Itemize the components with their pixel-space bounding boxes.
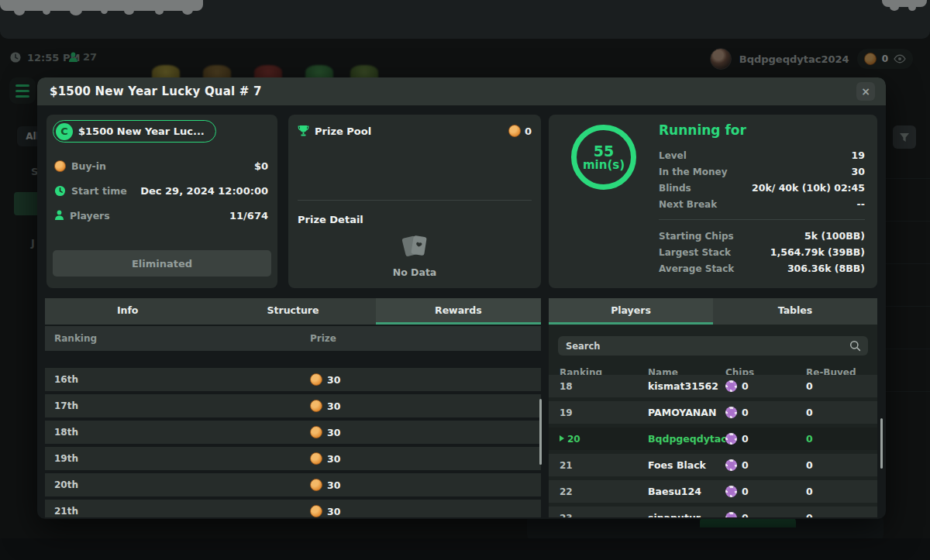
start-time-label: Start time bbox=[71, 185, 127, 197]
chip-icon bbox=[725, 433, 737, 445]
status-row-starting-chips: Starting Chips5k (100BB) bbox=[659, 228, 865, 244]
no-data-block: No Data bbox=[288, 232, 541, 278]
tab-players[interactable]: Players bbox=[549, 298, 713, 325]
current-player-marker-icon bbox=[560, 435, 564, 441]
players-scrollbar[interactable] bbox=[880, 418, 883, 469]
coin-icon bbox=[310, 426, 322, 438]
tournament-timer: 55 min(s) bbox=[571, 125, 636, 190]
col-prize: Prize bbox=[310, 333, 541, 344]
status-row-blinds: Blinds20k/ 40k (10k) 02:45 bbox=[659, 180, 865, 196]
prize-pool-card: Prize Pool 0 Prize Detail No Data bbox=[288, 115, 541, 288]
table-row[interactable]: 22 Baesu124 0 0 bbox=[549, 480, 877, 503]
cards-icon bbox=[399, 232, 430, 260]
tab-rewards[interactable]: Rewards bbox=[376, 298, 541, 325]
players-label: Players bbox=[70, 210, 110, 222]
search-input[interactable] bbox=[558, 336, 868, 356]
rewards-scrollbar[interactable] bbox=[539, 399, 542, 465]
chip-icon bbox=[725, 380, 737, 392]
modal-header: $1500 New Year Lucky Qual # 7 × bbox=[37, 77, 886, 105]
buyin-value: $0 bbox=[254, 160, 268, 172]
table-row-current-user[interactable]: 20 Bqdpgeqdytac: 0 0 bbox=[549, 428, 877, 450]
buyin-label: Buy-in bbox=[71, 160, 106, 172]
tournament-modal: $1500 New Year Lucky Qual # 7 × C $1500 … bbox=[37, 77, 886, 519]
timer-value: 55 bbox=[594, 143, 614, 159]
coin-icon bbox=[508, 125, 521, 137]
chip-icon bbox=[725, 486, 737, 497]
coin-icon bbox=[310, 479, 322, 491]
modal-title: $1500 New Year Lucky Qual # 7 bbox=[50, 84, 262, 98]
table-row[interactable]: 19 PAMOYANAN 0 0 bbox=[549, 401, 877, 424]
no-data-text: No Data bbox=[393, 266, 437, 278]
rewards-panel: Info Structure Rewards Ranking Prize 16t… bbox=[45, 298, 541, 517]
running-for-heading: Running for bbox=[659, 122, 865, 138]
search-icon[interactable] bbox=[849, 340, 861, 352]
table-row[interactable]: 19th 30 bbox=[45, 447, 541, 470]
trophy-icon bbox=[298, 125, 309, 137]
chip-icon bbox=[725, 459, 737, 471]
tab-structure[interactable]: Structure bbox=[210, 298, 375, 325]
buyin-row: Buy-in $0 bbox=[54, 159, 268, 173]
tournament-name-short: $1500 New Year Luc... bbox=[78, 125, 205, 137]
players-value: 11/674 bbox=[229, 210, 268, 222]
tournament-info-card: C $1500 New Year Luc... Buy-in $0 Start … bbox=[46, 115, 277, 288]
search-box bbox=[558, 336, 868, 356]
table-row[interactable]: 18 kismat31562 0 0 bbox=[549, 375, 877, 397]
prize-pool-title: Prize Pool bbox=[315, 125, 371, 137]
players-table-body: 18 kismat31562 0 0 19 PAMOYANAN 0 0 20 B… bbox=[549, 375, 877, 517]
timer-unit: min(s) bbox=[583, 159, 625, 172]
coin-icon bbox=[310, 505, 322, 517]
divider bbox=[659, 219, 865, 220]
players-row: Players 11/674 bbox=[54, 208, 268, 222]
coin-icon bbox=[310, 373, 322, 386]
clock-icon bbox=[54, 185, 66, 197]
coin-icon bbox=[54, 160, 66, 172]
start-time-row: Start time Dec 29, 2024 12:00:00 bbox=[54, 184, 268, 198]
table-row[interactable]: 21th 30 bbox=[45, 500, 541, 517]
status-row-average-stack: Average Stack306.36k (8BB) bbox=[659, 260, 865, 277]
prize-detail-title: Prize Detail bbox=[298, 214, 363, 225]
start-time-value: Dec 29, 2024 12:00:00 bbox=[140, 185, 268, 197]
table-row[interactable]: 16th 30 bbox=[45, 368, 541, 391]
rewards-table-header: Ranking Prize bbox=[45, 326, 541, 351]
coin-icon bbox=[310, 400, 322, 412]
col-ranking: Ranking bbox=[54, 333, 310, 344]
tab-tables[interactable]: Tables bbox=[713, 298, 877, 325]
status-row-largest-stack: Largest Stack1,564.79k (39BB) bbox=[659, 244, 865, 260]
app-root: 12:55 PM 27 Bqdpgeqdytac2024 0 All bbox=[0, 0, 930, 560]
table-row[interactable]: 18th 30 bbox=[45, 421, 541, 444]
prize-pool-amount: 0 bbox=[525, 125, 532, 137]
close-button[interactable]: × bbox=[856, 82, 875, 101]
tab-info[interactable]: Info bbox=[45, 298, 210, 325]
players-content: Ranking Name Chips Re-Buyed 18 kismat315… bbox=[549, 325, 877, 517]
tournament-name-pill[interactable]: C $1500 New Year Luc... bbox=[53, 120, 216, 143]
chip-icon bbox=[725, 407, 737, 418]
eliminated-button[interactable]: Eliminated bbox=[53, 250, 271, 277]
table-row[interactable]: 17th 30 bbox=[45, 394, 541, 417]
table-row[interactable]: 21 Foes Black 0 0 bbox=[549, 454, 877, 476]
chip-icon bbox=[725, 512, 737, 517]
tournament-logo-icon: C bbox=[56, 123, 73, 140]
status-row-level: Level19 bbox=[659, 147, 865, 163]
table-row[interactable]: 23 sinaputur 0 0 bbox=[549, 507, 877, 517]
divider bbox=[298, 200, 532, 201]
players-panel: Players Tables Ranking Name Chips Re-Buy… bbox=[549, 298, 877, 517]
coin-icon bbox=[310, 452, 322, 465]
table-row[interactable]: 20th 30 bbox=[45, 473, 541, 496]
status-row-break: Next Break-- bbox=[659, 196, 865, 212]
players-icon bbox=[54, 210, 64, 221]
status-row-itm: In the Money30 bbox=[659, 163, 865, 180]
rewards-table-body: 16th 30 17th 30 18th 30 19th 30 20th 3 bbox=[45, 368, 541, 517]
running-status-card: 55 min(s) Running for Level19 In the Mon… bbox=[549, 115, 877, 288]
